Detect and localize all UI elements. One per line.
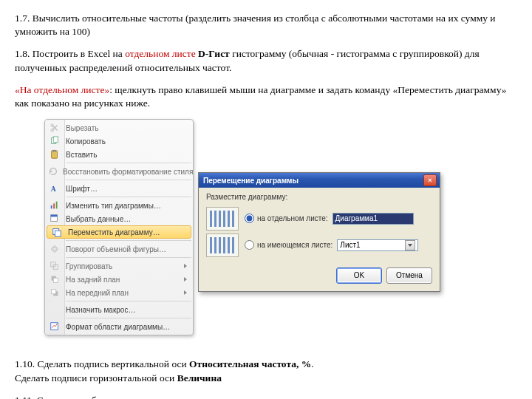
submenu-arrow-icon: [184, 277, 187, 282]
text-run: 1.10. Сделать подпись вертикальной оси: [15, 358, 189, 369]
text-red: «На отдельном листе»: [15, 84, 109, 95]
text-run: 1.11. Создать столбец с подписями границ…: [15, 395, 414, 399]
menu-separator: [66, 240, 191, 241]
context-menu: Вырезать Копировать Вставить Восстановит…: [44, 119, 194, 335]
menu-label: Назначить макрос…: [66, 305, 135, 316]
svg-text:A: A: [51, 185, 56, 193]
svg-rect-7: [51, 205, 52, 208]
menu-separator: [66, 197, 191, 197]
menu-separator: [66, 163, 191, 163]
menu-item-reset-style[interactable]: Восстановить форматирование стиля: [45, 165, 193, 178]
text-run: 1.8. Построить в Excel на: [15, 48, 125, 59]
dialog-title: Перемещение диаграммы: [203, 176, 299, 186]
menu-separator: [66, 301, 191, 301]
option-label: на имеющемся листе:: [257, 240, 332, 250]
scissors-icon: [48, 123, 61, 133]
field-value: Лист1: [340, 240, 360, 250]
paragraph-1-11: 1.11. Создать столбец с подписями границ…: [15, 394, 517, 399]
reset-icon: [48, 166, 58, 177]
figure-row: Вырезать Копировать Вставить Восстановит…: [44, 119, 517, 335]
menu-label: Формат области диаграммы…: [66, 322, 170, 332]
bring-front-icon: [48, 287, 61, 298]
svg-rect-8: [53, 204, 55, 209]
svg-rect-5: [52, 150, 55, 152]
menu-label: Восстановить форматирование стиля: [63, 167, 193, 177]
dialog-body: Разместите диаграмму: на отдельном листе…: [199, 188, 440, 291]
option-label: на отдельном листе:: [257, 214, 328, 224]
menu-item-change-type[interactable]: Изменить тип диаграммы…: [45, 199, 193, 212]
menu-item-paste[interactable]: Вставить: [45, 148, 193, 161]
chart-type-icon: [48, 200, 61, 211]
menu-item-move-chart[interactable]: Переместить диаграмму…: [47, 225, 191, 239]
paragraph-1-8: 1.8. Построить в Excel на отдельном лист…: [15, 47, 517, 74]
menu-item-assign-macro[interactable]: Назначить макрос…: [45, 303, 193, 316]
svg-rect-21: [52, 290, 56, 294]
text-red: отдельном листе: [125, 48, 198, 59]
menu-item-copy[interactable]: Копировать: [45, 134, 193, 148]
group-icon: [48, 261, 61, 271]
svg-rect-19: [53, 279, 58, 283]
text-run: .: [311, 358, 313, 369]
select-data-icon: [48, 214, 61, 224]
menu-label: Вставить: [66, 150, 97, 160]
text-bold: Величина: [177, 372, 222, 383]
svg-rect-9: [56, 202, 58, 209]
menu-label: Вырезать: [66, 123, 98, 134]
submenu-arrow-icon: [184, 264, 187, 268]
new-sheet-name-field[interactable]: Диаграмма1: [332, 213, 414, 225]
format-icon: [48, 321, 61, 332]
menu-item-select-data[interactable]: Выбрать данные…: [45, 212, 193, 225]
dialog-heading: Разместите диаграмму:: [206, 192, 432, 202]
menu-label: Изменить тип диаграммы…: [66, 201, 161, 211]
chart-thumb-icon: [206, 207, 239, 231]
radio-new-sheet[interactable]: [245, 214, 254, 223]
text-bold: Относительная частота, %: [189, 358, 311, 369]
menu-item-group[interactable]: Группировать: [45, 259, 193, 273]
paste-icon: [48, 149, 61, 160]
copy-icon: [48, 136, 61, 146]
rotate3d-icon: [48, 244, 61, 254]
menu-item-to-front[interactable]: На передний план: [45, 286, 193, 299]
macro-icon: [48, 304, 61, 315]
menu-label: Поворот объемной фигуры…: [66, 245, 166, 255]
chart-thumb-icon: [206, 233, 239, 257]
ok-button[interactable]: OK: [336, 267, 382, 284]
move-chart-icon: [50, 227, 64, 237]
text-bold: D-Гист: [198, 48, 230, 59]
paragraph-note: «На отдельном листе»: щелкнуть право кла…: [15, 83, 517, 110]
svg-rect-13: [55, 231, 61, 237]
svg-point-15: [53, 246, 56, 253]
menu-item-to-back[interactable]: На задний план: [45, 273, 193, 286]
menu-item-font[interactable]: A Шрифт…: [45, 182, 193, 195]
send-back-icon: [48, 274, 61, 284]
chevron-down-icon[interactable]: [405, 240, 415, 250]
svg-rect-11: [51, 215, 58, 217]
existing-sheet-field[interactable]: Лист1: [337, 239, 418, 251]
svg-rect-3: [53, 137, 58, 143]
paragraph-1-10: 1.10. Сделать подпись вертикальной оси О…: [15, 358, 517, 384]
dialog-button-row: OK Отмена: [206, 267, 432, 284]
paragraph-1-7: 1.7. Вычислить относительные частоты (ра…: [15, 12, 517, 38]
menu-label: Группировать: [66, 262, 112, 272]
svg-point-14: [52, 248, 58, 250]
menu-separator: [66, 257, 191, 258]
field-value: Диаграмма1: [335, 214, 378, 224]
radio-existing-sheet[interactable]: [245, 240, 254, 250]
menu-label: Шрифт…: [66, 184, 98, 194]
submenu-arrow-icon: [184, 290, 187, 295]
move-chart-dialog: Перемещение диаграммы × Разместите диагр…: [198, 172, 440, 292]
menu-label: Переместить диаграмму…: [68, 228, 160, 238]
option-existing-sheet[interactable]: на имеющемся листе: Лист1: [206, 233, 432, 257]
cancel-button[interactable]: Отмена: [386, 267, 432, 284]
option-new-sheet[interactable]: на отдельном листе: Диаграмма1: [206, 207, 432, 231]
menu-separator: [66, 180, 191, 180]
menu-item-rotate-3d[interactable]: Поворот объемной фигуры…: [45, 242, 193, 256]
menu-item-format-area[interactable]: Формат области диаграммы…: [45, 320, 193, 333]
menu-label: На задний план: [66, 275, 120, 285]
menu-label: Выбрать данные…: [66, 214, 131, 225]
font-icon: A: [48, 183, 61, 194]
menu-label: Копировать: [66, 137, 106, 147]
dialog-titlebar[interactable]: Перемещение диаграммы ×: [199, 173, 440, 188]
menu-item-cut[interactable]: Вырезать: [45, 121, 193, 134]
close-icon[interactable]: ×: [423, 174, 437, 186]
